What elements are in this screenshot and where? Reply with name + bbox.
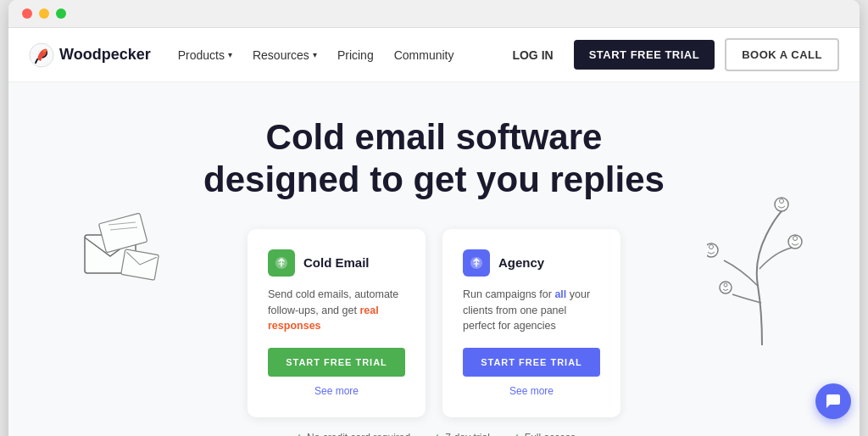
logo-icon (29, 42, 54, 68)
cold-email-card-header: Cold Email (268, 249, 405, 277)
agency-see-more-link[interactable]: See more (463, 385, 600, 397)
check-icon: ✓ (292, 431, 303, 436)
nav-community[interactable]: Community (394, 48, 454, 62)
cold-email-title: Cold Email (303, 255, 370, 270)
full-access-badge: ✓ Full access (510, 431, 576, 436)
close-button-dot[interactable] (22, 8, 32, 19)
nav-actions: LOG IN START FREE TRIAL BOOK A CALL (502, 38, 839, 71)
chevron-down-icon: ▾ (313, 50, 317, 59)
agency-title: Agency (498, 255, 544, 270)
browser-chrome (8, 0, 860, 28)
hero-section: Cold email software designed to get you … (8, 82, 860, 436)
nav-pricing[interactable]: Pricing (337, 48, 374, 62)
svg-point-1 (43, 49, 47, 53)
check-icon: ✓ (510, 431, 520, 436)
cold-email-trial-button[interactable]: START FREE TRIAL (268, 348, 405, 377)
agency-icon (463, 249, 490, 277)
maximize-button-dot[interactable] (56, 8, 66, 19)
check-icon: ✓ (431, 431, 441, 436)
minimize-button-dot[interactable] (39, 8, 49, 19)
agency-highlight-all: all (554, 288, 566, 300)
start-trial-nav-button[interactable]: START FREE TRIAL (574, 40, 715, 70)
logo[interactable]: Woodpecker (29, 42, 151, 68)
agency-card-header: Agency (463, 249, 600, 277)
nav-products[interactable]: Products ▾ (178, 48, 232, 62)
agency-card: Agency Run campaigns for all your client… (442, 229, 620, 417)
chevron-down-icon: ▾ (228, 50, 232, 59)
logo-text: Woodpecker (59, 46, 151, 64)
product-cards: Cold Email Send cold emails, automate fo… (29, 229, 839, 417)
cold-email-see-more-link[interactable]: See more (268, 385, 405, 397)
cold-email-highlight: real responses (268, 305, 379, 333)
hero-title: Cold email software designed to get you … (29, 116, 839, 202)
agency-highlight-agencies: agencies (514, 320, 556, 332)
agency-description: Run campaigns for all your clients from … (463, 287, 600, 334)
no-credit-card-badge: ✓ No credit card required (292, 431, 410, 436)
nav-links: Products ▾ Resources ▾ Pricing Community (178, 48, 503, 62)
agency-trial-button[interactable]: START FREE TRIAL (463, 348, 600, 377)
book-call-button[interactable]: BOOK A CALL (725, 38, 839, 71)
navbar: Woodpecker Products ▾ Resources ▾ Pricin… (8, 28, 860, 82)
nav-resources[interactable]: Resources ▾ (253, 48, 317, 62)
seven-day-trial-badge: ✓ 7-day trial (431, 431, 490, 436)
login-button[interactable]: LOG IN (502, 42, 563, 69)
cold-email-description: Send cold emails, automate follow-ups, a… (268, 287, 405, 334)
browser-window: Woodpecker Products ▾ Resources ▾ Pricin… (8, 0, 860, 436)
cold-email-icon (268, 249, 295, 277)
cold-email-card: Cold Email Send cold emails, automate fo… (248, 229, 426, 417)
